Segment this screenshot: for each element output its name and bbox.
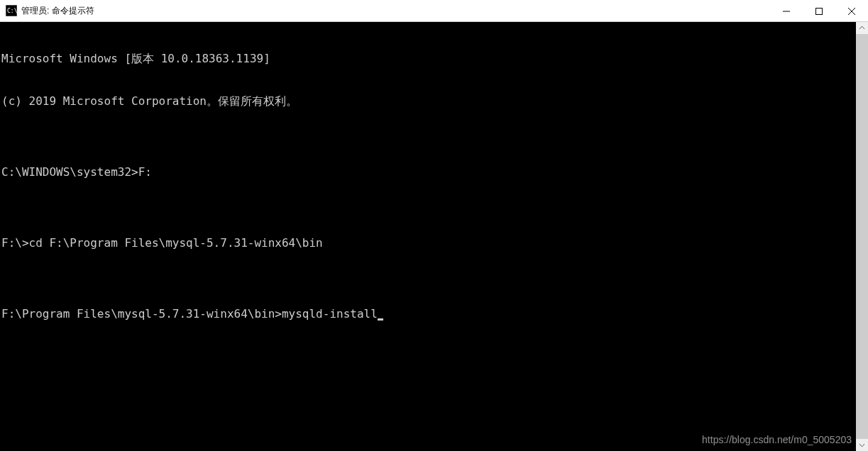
chevron-up-icon xyxy=(859,25,865,31)
watermark: https://blog.csdn.net/m0_5005203 xyxy=(702,433,852,447)
scrollbar-down-button[interactable] xyxy=(856,439,868,451)
cmd-icon: C:\ xyxy=(6,5,17,16)
titlebar-controls xyxy=(770,0,868,22)
terminal-line: Microsoft Windows [版本 10.0.18363.1139] xyxy=(1,52,855,66)
terminal-line: F:\>cd F:\Program Files\mysql-5.7.31-win… xyxy=(1,236,855,250)
terminal-line: (c) 2019 Microsoft Corporation。保留所有权利。 xyxy=(1,94,855,108)
chevron-down-icon xyxy=(859,442,865,448)
terminal-wrapper: Microsoft Windows [版本 10.0.18363.1139] (… xyxy=(0,22,868,451)
window-title: 管理员: 命令提示符 xyxy=(21,5,94,17)
terminal-current-line: F:\Program Files\mysql-5.7.31-winx64\bin… xyxy=(1,307,855,321)
svg-text:C:\: C:\ xyxy=(7,8,17,14)
scrollbar-thumb[interactable] xyxy=(856,34,868,439)
close-button[interactable] xyxy=(835,0,868,22)
scrollbar-up-button[interactable] xyxy=(856,22,868,34)
cursor-icon xyxy=(378,318,383,321)
terminal-line-text: F:\Program Files\mysql-5.7.31-winx64\bin… xyxy=(1,307,378,321)
maximize-button[interactable] xyxy=(803,0,835,22)
minimize-button[interactable] xyxy=(770,0,803,22)
scrollbar-track[interactable] xyxy=(856,34,868,439)
terminal-line: C:\WINDOWS\system32>F: xyxy=(1,165,855,179)
terminal-output[interactable]: Microsoft Windows [版本 10.0.18363.1139] (… xyxy=(0,22,856,451)
svg-rect-3 xyxy=(816,8,823,14)
titlebar[interactable]: C:\ 管理员: 命令提示符 xyxy=(0,0,868,22)
vertical-scrollbar[interactable] xyxy=(856,22,868,451)
